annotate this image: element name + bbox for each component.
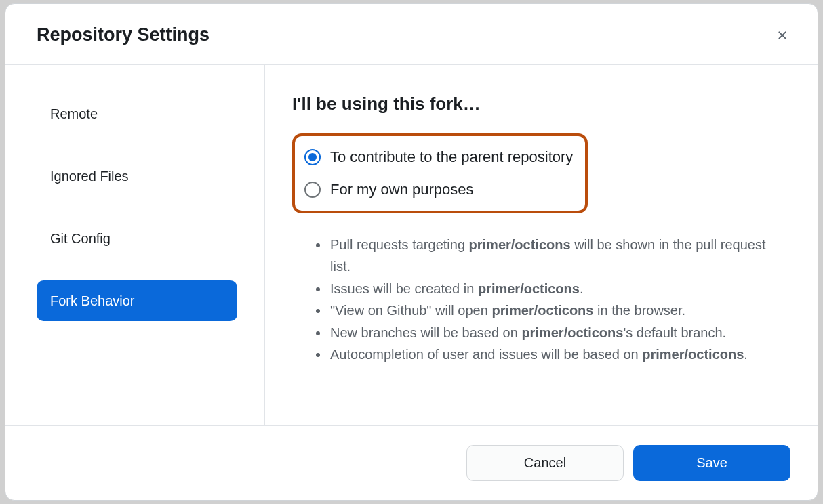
settings-content: I'll be using this fork… To contribute t… bbox=[265, 65, 818, 425]
radio-label: To contribute to the parent repository bbox=[330, 148, 573, 166]
sidebar-item-ignored-files[interactable]: Ignored Files bbox=[37, 156, 237, 196]
dialog-footer: Cancel Save bbox=[5, 425, 818, 500]
list-item: Issues will be created in primer/octicon… bbox=[329, 278, 790, 299]
cancel-button[interactable]: Cancel bbox=[466, 445, 624, 481]
settings-dialog: Repository Settings Remote Ignored Files… bbox=[5, 3, 818, 501]
dialog-header: Repository Settings bbox=[5, 4, 818, 65]
save-button[interactable]: Save bbox=[633, 445, 790, 481]
list-item: Pull requests targeting primer/octicons … bbox=[329, 234, 790, 278]
sidebar-item-remote[interactable]: Remote bbox=[37, 93, 237, 134]
dialog-title: Repository Settings bbox=[37, 24, 209, 45]
list-item: "View on Github" will open primer/octico… bbox=[329, 299, 790, 321]
fork-usage-heading: I'll be using this fork… bbox=[292, 93, 790, 114]
fork-behavior-description-list: Pull requests targeting primer/octicons … bbox=[292, 234, 790, 365]
radio-button-icon bbox=[304, 149, 321, 165]
close-icon bbox=[776, 28, 789, 42]
dialog-body: Remote Ignored Files Git Config Fork Beh… bbox=[5, 65, 818, 425]
radio-label: For my own purposes bbox=[330, 181, 474, 198]
radio-contribute-parent[interactable]: To contribute to the parent repository bbox=[304, 146, 573, 169]
radio-own-purposes[interactable]: For my own purposes bbox=[304, 178, 573, 201]
sidebar-item-fork-behavior[interactable]: Fork Behavior bbox=[37, 280, 237, 321]
list-item: Autocompletion of user and issues will b… bbox=[329, 343, 790, 365]
close-button[interactable] bbox=[774, 27, 790, 43]
radio-button-icon bbox=[304, 182, 321, 198]
sidebar-item-git-config[interactable]: Git Config bbox=[37, 218, 237, 259]
list-item: New branches will be based on primer/oct… bbox=[329, 322, 790, 343]
settings-sidebar: Remote Ignored Files Git Config Fork Beh… bbox=[5, 65, 265, 425]
fork-usage-radio-group: To contribute to the parent repository F… bbox=[292, 133, 588, 213]
